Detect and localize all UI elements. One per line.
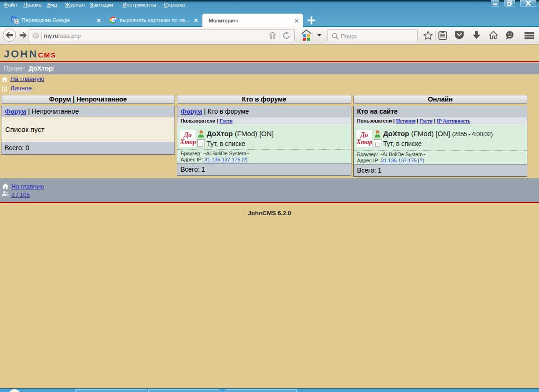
- svg-text:文: 文: [15, 20, 19, 24]
